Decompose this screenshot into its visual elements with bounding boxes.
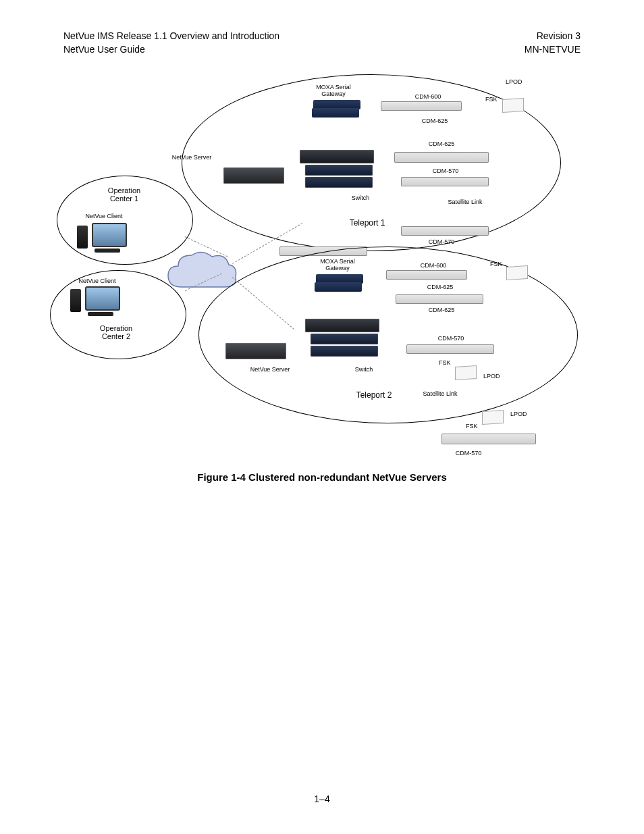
keyboard-icon: [88, 312, 113, 316]
lpod-icon: [506, 265, 528, 280]
t2-cdm625b-label: CDM-625: [429, 307, 455, 313]
t2-cdm570-label: CDM-570: [438, 335, 464, 342]
server-icon: [223, 167, 284, 184]
t2-lpod-label: LPOD: [483, 373, 500, 380]
switch-icon: [311, 334, 378, 344]
t1-cdm625a-label: CDM-625: [422, 118, 448, 124]
lpod-icon: [502, 98, 524, 113]
t2-fsk-label: FSK: [490, 261, 502, 267]
remote-lpod-label: LPOD: [510, 411, 527, 417]
t1-cdm625b-label: CDM-625: [429, 140, 455, 147]
pc-tower-icon: [70, 289, 81, 312]
remote-cdm570-label: CDM-570: [456, 450, 482, 457]
t1-lpod-label: LPOD: [506, 78, 522, 85]
op-center-1-title: Operation Center 1: [108, 186, 140, 203]
t2-cdm625a-label: CDM-625: [427, 284, 454, 290]
switch-rack-icon: [305, 319, 379, 332]
cdm-570-icon: [441, 434, 536, 444]
op-center-2-title: Operation Center 2: [100, 324, 132, 340]
page-header: NetVue IMS Release 1.1 Overview and Intr…: [63, 30, 581, 56]
t1-cdm570-label: CDM-570: [433, 167, 459, 174]
moxa-gateway-icon: [312, 108, 359, 118]
page-number: 1–4: [0, 793, 644, 804]
t2-server-label: NetVue Server: [250, 366, 290, 373]
t1-moxa-label: MOXA Serial Gateway: [316, 84, 351, 97]
switch-rack-icon: [300, 150, 374, 163]
switch-icon: [305, 165, 373, 176]
cdm-625-icon: [396, 294, 483, 304]
t2-satlink-label: Satellite Link: [423, 390, 457, 397]
teleport-2-title: Teleport 2: [356, 390, 392, 400]
t1-server-label: NetVue Server: [172, 154, 212, 161]
header-right-line2: MN-NETVUE: [525, 44, 581, 55]
cdm-570-icon: [406, 344, 494, 354]
t1-cdm570b-label: CDM-570: [429, 238, 455, 245]
op-center-2-client-label: NetVue Client: [78, 278, 115, 284]
teleport-1-title: Teleport 1: [350, 218, 385, 228]
t2-cdm600-label: CDM-600: [421, 262, 447, 269]
cdm-570-icon: [401, 226, 489, 236]
moxa-gateway-icon: [315, 282, 362, 292]
server-icon: [225, 343, 286, 359]
pc-monitor-icon: [92, 223, 127, 247]
t1-switch-label: Switch: [352, 194, 370, 201]
cdm-600-icon: [381, 101, 462, 111]
pc-tower-icon: [77, 226, 88, 249]
t2-fsk-label2: FSK: [439, 359, 451, 366]
cdm-600-icon: [386, 270, 467, 280]
t2-switch-label: Switch: [355, 366, 373, 373]
t1-cdm600-label: CDM-600: [415, 93, 441, 100]
switch-icon: [311, 346, 378, 357]
header-left-line2: NetVue User Guide: [63, 44, 145, 55]
header-right-line1: Revision 3: [537, 30, 581, 41]
switch-icon: [305, 177, 373, 188]
t2-moxa-label: MOXA Serial Gateway: [320, 258, 355, 271]
cdm-625-icon: [394, 152, 489, 163]
pc-monitor-icon: [85, 286, 120, 311]
lpod-icon: [482, 410, 504, 425]
figure-caption: Figure 1-4 Clustered non-redundant NetVu…: [0, 471, 644, 483]
keyboard-icon: [95, 249, 120, 253]
op-center-1-client-label: NetVue Client: [85, 213, 122, 219]
cdm-570-icon: [401, 177, 489, 186]
t1-satlink-label: Satellite Link: [448, 199, 482, 205]
remote-fsk-label: FSK: [466, 423, 478, 429]
header-left-line1: NetVue IMS Release 1.1 Overview and Intr…: [63, 30, 279, 41]
network-diagram: Operation Center 1 NetVue Client NetVue …: [63, 74, 581, 466]
t1-fsk-label: FSK: [485, 96, 498, 103]
lpod-icon: [455, 365, 477, 380]
